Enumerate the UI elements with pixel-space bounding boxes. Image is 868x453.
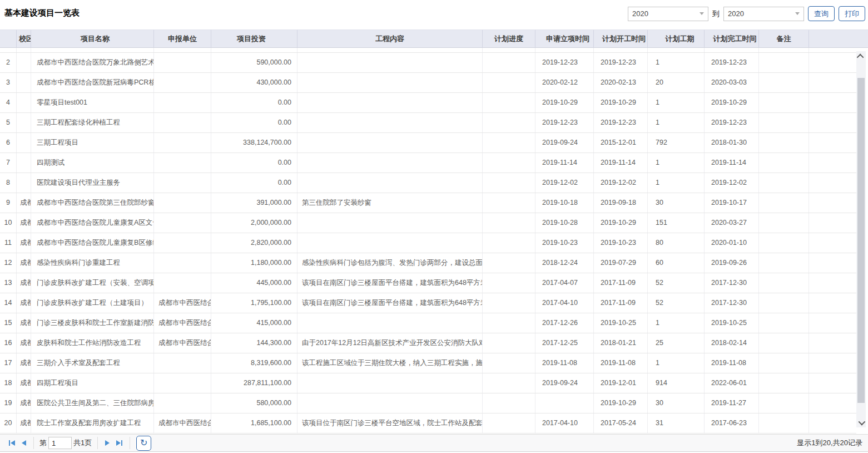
cell-start_date: 2020-02-13 bbox=[594, 73, 648, 92]
cell-remark bbox=[759, 313, 809, 333]
table-row-clipped bbox=[0, 48, 856, 53]
prev-page-icon bbox=[22, 440, 26, 446]
cell-start_date: 2019-10-25 bbox=[594, 313, 648, 333]
cell-num: 20 bbox=[0, 413, 17, 433]
cell-invest: 445,000.00 bbox=[211, 273, 297, 293]
cell-duration: 80 bbox=[648, 233, 705, 253]
prev-page-button[interactable] bbox=[18, 438, 29, 448]
cell-filler bbox=[809, 113, 856, 132]
refresh-button[interactable]: ↻ bbox=[136, 436, 151, 451]
cell-remark bbox=[759, 233, 809, 253]
cell-invest: 0.00 bbox=[211, 93, 297, 112]
table-row[interactable]: 3成都市中西医结合医院新冠病毒PCR核酸430,000.002020-02-12… bbox=[0, 73, 856, 93]
table-row[interactable]: 18成都四期工程项目287,811,100.002019-09-242019-1… bbox=[0, 373, 856, 393]
cell-name: 成都市中西医结合医院第三住院部纱窗安 bbox=[31, 193, 154, 213]
cell-num: 9 bbox=[0, 193, 17, 213]
page-number-input[interactable] bbox=[48, 437, 72, 449]
table-row[interactable]: 13成都门诊皮肤科改扩建工程（安装、空调项目445,000.00该项目在南区门诊… bbox=[0, 273, 856, 293]
cell-num: 19 bbox=[0, 393, 17, 413]
table-row[interactable]: 12成都感染性疾病科门诊重建工程1,180,000.00感染性疾病科门诊包括为腹… bbox=[0, 253, 856, 273]
pager-status: 显示1到20,共20记录 bbox=[797, 438, 868, 448]
scroll-up-button[interactable] bbox=[856, 51, 866, 61]
table-row[interactable]: 15成都门诊三楼皮肤科和院士工作室新建消防喷成都市中西医结合415,000.00… bbox=[0, 313, 856, 333]
cell-remark bbox=[759, 113, 809, 132]
cell-unit bbox=[154, 253, 211, 273]
cell-filler bbox=[809, 333, 856, 353]
cell-num: 16 bbox=[0, 333, 17, 353]
year-from-value: 2020 bbox=[632, 9, 648, 18]
table-row[interactable]: 11成都成都市中西医结合医院儿童康复B区修缮2,820,000.002019-1… bbox=[0, 233, 856, 253]
print-button[interactable]: 打印 bbox=[839, 6, 865, 21]
cell-apply_date: 2019-09-24 bbox=[535, 133, 594, 152]
table-row[interactable]: 7四期测试0.002019-11-142019-11-1412019-11-14 bbox=[0, 153, 856, 173]
cell-campus bbox=[17, 173, 31, 193]
cell-content bbox=[297, 173, 483, 193]
table-row[interactable]: 19成都医院公共卫生间及第二、三住院部病房工580,000.002019-10-… bbox=[0, 393, 856, 413]
cell-num: 10 bbox=[0, 213, 17, 233]
cell-duration: 52 bbox=[648, 273, 705, 293]
cell-finish_date: 2019-11-27 bbox=[705, 393, 759, 413]
year-from-select[interactable]: 2020 bbox=[628, 7, 708, 21]
cell-remark bbox=[759, 273, 809, 293]
cell-unit bbox=[154, 353, 211, 373]
vertical-scrollbar[interactable] bbox=[856, 51, 866, 427]
table-row[interactable]: 8医院建设项目代理业主服务0.002019-12-022019-12-02120… bbox=[0, 173, 856, 193]
cell-filler bbox=[809, 413, 856, 433]
cell-invest: 0.00 bbox=[211, 113, 297, 132]
column-header-unit: 申报单位 bbox=[154, 30, 211, 47]
cell-apply_date bbox=[535, 393, 594, 413]
cell-num: 13 bbox=[0, 273, 17, 293]
cell-name: 门诊皮肤科改扩建工程（安装、空调项目 bbox=[31, 273, 154, 293]
table-row[interactable]: 2成都市中西医结合医院万象北路侧艺术造590,000.002019-12-232… bbox=[0, 53, 856, 73]
first-page-button[interactable] bbox=[6, 438, 18, 448]
datagrid: 校区项目名称申报单位项目投资工程内容计划进度申请立项时间计划开工时间计划工期计划… bbox=[0, 29, 868, 434]
cell-invest: 590,000.00 bbox=[211, 53, 297, 72]
page-title: 基本建设项目一览表 bbox=[4, 8, 80, 18]
cell-name: 医院建设项目代理业主服务 bbox=[31, 173, 154, 193]
table-row[interactable]: 16成都皮肤科和院士工作站消防改造工程成都市中西医结合144,300.00由于2… bbox=[0, 333, 856, 353]
cell-campus bbox=[17, 53, 31, 72]
scrollbar-thumb[interactable] bbox=[857, 78, 865, 403]
table-row[interactable]: 9成都成都市中西医结合医院第三住院部纱窗安391,000.00第三住院部了安装纱… bbox=[0, 193, 856, 213]
cell-remark bbox=[759, 373, 809, 393]
cell-unit bbox=[154, 153, 211, 173]
cell-num: 6 bbox=[0, 133, 17, 152]
cell-duration: 1 bbox=[648, 113, 705, 132]
column-header-invest: 项目投资 bbox=[211, 30, 297, 47]
query-button[interactable]: 查询 bbox=[808, 6, 835, 21]
cell-start_date: 2015-12-01 bbox=[594, 133, 648, 152]
cell-start_date: 2017-11-09 bbox=[594, 293, 648, 313]
cell-campus: 成都 bbox=[17, 293, 31, 313]
cell-name: 成都市中西医结合医院万象北路侧艺术造 bbox=[31, 53, 154, 72]
cell-unit: 成都市中西医结合 bbox=[154, 333, 211, 353]
cell-progress bbox=[483, 133, 535, 152]
table-body: 2成都市中西医结合医院万象北路侧艺术造590,000.002019-12-232… bbox=[0, 48, 868, 434]
cell-unit bbox=[154, 213, 211, 233]
cell-progress bbox=[483, 73, 535, 92]
table-row[interactable]: 5三期工程配套绿化种植工程0.002019-12-232019-12-23120… bbox=[0, 113, 856, 133]
scroll-down-button[interactable] bbox=[856, 417, 866, 427]
cell-finish_date: 2017-12-30 bbox=[705, 273, 759, 293]
table-row[interactable]: 14成都门诊皮肤科改扩建工程（土建项目）成都市中西医结合1,795,100.00… bbox=[0, 293, 856, 313]
table-rows: 2成都市中西医结合医院万象北路侧艺术造590,000.002019-12-232… bbox=[0, 48, 856, 434]
cell-name bbox=[31, 48, 154, 52]
cell-content: 该工程施工区域位于三期住院大楼，纳入三期工程实施，施工 bbox=[297, 353, 483, 373]
cell-invest: 287,811,100.00 bbox=[211, 373, 297, 393]
column-header-duration: 计划工期 bbox=[648, 30, 705, 47]
cell-filler bbox=[809, 273, 856, 293]
table-row[interactable]: 4零星项目test0010.002019-10-292019-10-291201… bbox=[0, 93, 856, 113]
table-row[interactable]: 17成都三期介入手术室及配套工程8,319,600.00该工程施工区域位于三期住… bbox=[0, 353, 856, 373]
table-row[interactable]: 10成都成都市中西医结合医院儿童康复A区文化2,000,000.002019-1… bbox=[0, 213, 856, 233]
cell-apply_date bbox=[535, 48, 594, 52]
cell-duration: 25 bbox=[648, 333, 705, 353]
last-page-button[interactable] bbox=[113, 438, 126, 448]
table-row[interactable]: 6三期工程项目338,124,700.002019-09-242015-12-0… bbox=[0, 133, 856, 153]
cell-unit bbox=[154, 93, 211, 112]
to-label: 到 bbox=[712, 9, 720, 19]
cell-filler bbox=[809, 153, 856, 173]
year-to-select[interactable]: 2020 bbox=[723, 7, 804, 21]
next-page-button[interactable] bbox=[102, 438, 113, 448]
cell-name: 成都市中西医结合医院新冠病毒PCR核酸 bbox=[31, 73, 154, 92]
table-row[interactable]: 20成都院士工作室及配套用房改扩建工程成都市中西医结合1,685,100.00该… bbox=[0, 413, 856, 434]
chevron-down-icon bbox=[859, 418, 866, 425]
